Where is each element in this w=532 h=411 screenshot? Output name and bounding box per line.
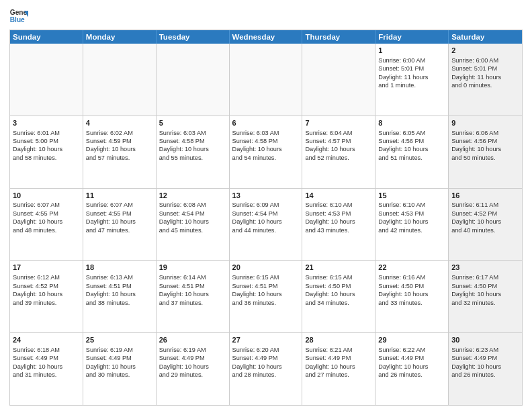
- day-number: 26: [159, 335, 226, 345]
- calendar-cell: 12Sunrise: 6:08 AM Sunset: 4:54 PM Dayli…: [157, 189, 230, 261]
- day-number: 8: [378, 118, 445, 128]
- header-day: Monday: [83, 30, 157, 44]
- calendar-cell: [157, 44, 230, 116]
- day-number: 27: [232, 335, 300, 345]
- cell-info: Sunrise: 6:16 AM Sunset: 4:50 PM Dayligh…: [378, 273, 445, 307]
- calendar-cell: 7Sunrise: 6:04 AM Sunset: 4:57 PM Daylig…: [302, 116, 375, 188]
- day-number: 7: [305, 118, 372, 128]
- header-day: Thursday: [302, 30, 375, 44]
- cell-info: Sunrise: 6:06 AM Sunset: 4:56 PM Dayligh…: [451, 129, 519, 163]
- cell-info: Sunrise: 6:00 AM Sunset: 5:01 PM Dayligh…: [451, 56, 519, 90]
- cell-info: Sunrise: 6:15 AM Sunset: 4:51 PM Dayligh…: [232, 273, 300, 307]
- calendar-cell: 26Sunrise: 6:19 AM Sunset: 4:49 PM Dayli…: [157, 333, 230, 405]
- header-day: Sunday: [10, 30, 83, 44]
- header: General Blue: [9, 7, 523, 26]
- calendar-cell: 16Sunrise: 6:11 AM Sunset: 4:52 PM Dayli…: [449, 189, 522, 261]
- day-number: 28: [305, 335, 372, 345]
- calendar-cell: 11Sunrise: 6:07 AM Sunset: 4:55 PM Dayli…: [83, 189, 157, 261]
- day-number: 15: [378, 191, 445, 201]
- day-number: 23: [451, 263, 519, 273]
- day-number: 18: [86, 263, 153, 273]
- cell-info: Sunrise: 6:02 AM Sunset: 4:59 PM Dayligh…: [86, 129, 153, 163]
- cell-info: Sunrise: 6:18 AM Sunset: 4:49 PM Dayligh…: [13, 346, 80, 379]
- logo: General Blue: [9, 7, 28, 26]
- calendar-cell: 19Sunrise: 6:14 AM Sunset: 4:51 PM Dayli…: [157, 261, 230, 332]
- day-number: 22: [378, 263, 445, 273]
- calendar-cell: 30Sunrise: 6:23 AM Sunset: 4:49 PM Dayli…: [449, 333, 522, 405]
- calendar-header: SundayMondayTuesdayWednesdayThursdayFrid…: [10, 30, 522, 44]
- header-day: Tuesday: [157, 30, 230, 44]
- logo-icon: General Blue: [9, 7, 28, 26]
- calendar-cell: 28Sunrise: 6:21 AM Sunset: 4:49 PM Dayli…: [302, 333, 375, 405]
- cell-info: Sunrise: 6:01 AM Sunset: 5:00 PM Dayligh…: [13, 129, 80, 163]
- cell-info: Sunrise: 6:19 AM Sunset: 4:49 PM Dayligh…: [86, 346, 153, 379]
- calendar-cell: [302, 44, 375, 116]
- calendar-body: 1Sunrise: 6:00 AM Sunset: 5:01 PM Daylig…: [10, 44, 522, 405]
- calendar-cell: 20Sunrise: 6:15 AM Sunset: 4:51 PM Dayli…: [230, 261, 303, 332]
- cell-info: Sunrise: 6:23 AM Sunset: 4:49 PM Dayligh…: [451, 346, 519, 379]
- header-day: Friday: [375, 30, 449, 44]
- calendar-cell: 18Sunrise: 6:13 AM Sunset: 4:51 PM Dayli…: [83, 261, 157, 332]
- cell-info: Sunrise: 6:14 AM Sunset: 4:51 PM Dayligh…: [159, 273, 226, 307]
- cell-info: Sunrise: 6:03 AM Sunset: 4:58 PM Dayligh…: [159, 129, 226, 163]
- cell-info: Sunrise: 6:07 AM Sunset: 4:55 PM Dayligh…: [86, 201, 153, 234]
- day-number: 24: [13, 335, 80, 345]
- cell-info: Sunrise: 6:21 AM Sunset: 4:49 PM Dayligh…: [305, 346, 372, 379]
- page: General Blue SundayMondayTuesdayWednesda…: [0, 0, 532, 411]
- day-number: 5: [159, 118, 226, 128]
- day-number: 14: [305, 191, 372, 201]
- cell-info: Sunrise: 6:10 AM Sunset: 4:53 PM Dayligh…: [378, 201, 445, 234]
- cell-info: Sunrise: 6:15 AM Sunset: 4:50 PM Dayligh…: [305, 273, 372, 307]
- cell-info: Sunrise: 6:17 AM Sunset: 4:50 PM Dayligh…: [451, 273, 519, 307]
- calendar-row: 3Sunrise: 6:01 AM Sunset: 5:00 PM Daylig…: [10, 116, 522, 188]
- cell-info: Sunrise: 6:10 AM Sunset: 4:53 PM Dayligh…: [305, 201, 372, 234]
- calendar-cell: [10, 44, 83, 116]
- calendar-row: 24Sunrise: 6:18 AM Sunset: 4:49 PM Dayli…: [10, 332, 522, 405]
- cell-info: Sunrise: 6:11 AM Sunset: 4:52 PM Dayligh…: [451, 201, 519, 234]
- header-day: Saturday: [449, 30, 522, 44]
- calendar-row: 17Sunrise: 6:12 AM Sunset: 4:52 PM Dayli…: [10, 260, 522, 332]
- calendar: SundayMondayTuesdayWednesdayThursdayFrid…: [9, 30, 523, 406]
- header-day: Wednesday: [230, 30, 303, 44]
- day-number: 2: [451, 46, 519, 56]
- calendar-cell: 24Sunrise: 6:18 AM Sunset: 4:49 PM Dayli…: [10, 333, 83, 405]
- cell-info: Sunrise: 6:20 AM Sunset: 4:49 PM Dayligh…: [232, 346, 300, 379]
- day-number: 21: [305, 263, 372, 273]
- cell-info: Sunrise: 6:00 AM Sunset: 5:01 PM Dayligh…: [378, 56, 445, 90]
- calendar-cell: 4Sunrise: 6:02 AM Sunset: 4:59 PM Daylig…: [83, 116, 157, 188]
- day-number: 19: [159, 263, 226, 273]
- calendar-row: 1Sunrise: 6:00 AM Sunset: 5:01 PM Daylig…: [10, 44, 522, 116]
- day-number: 13: [232, 191, 300, 201]
- day-number: 16: [451, 191, 519, 201]
- calendar-cell: 2Sunrise: 6:00 AM Sunset: 5:01 PM Daylig…: [449, 44, 522, 116]
- calendar-cell: 13Sunrise: 6:09 AM Sunset: 4:54 PM Dayli…: [230, 189, 303, 261]
- cell-info: Sunrise: 6:04 AM Sunset: 4:57 PM Dayligh…: [305, 129, 372, 163]
- cell-info: Sunrise: 6:22 AM Sunset: 4:49 PM Dayligh…: [378, 346, 445, 379]
- calendar-cell: 15Sunrise: 6:10 AM Sunset: 4:53 PM Dayli…: [375, 189, 449, 261]
- cell-info: Sunrise: 6:19 AM Sunset: 4:49 PM Dayligh…: [159, 346, 226, 379]
- day-number: 17: [13, 263, 80, 273]
- day-number: 6: [232, 118, 300, 128]
- day-number: 10: [13, 191, 80, 201]
- calendar-cell: 29Sunrise: 6:22 AM Sunset: 4:49 PM Dayli…: [375, 333, 449, 405]
- calendar-cell: 6Sunrise: 6:03 AM Sunset: 4:58 PM Daylig…: [230, 116, 303, 188]
- cell-info: Sunrise: 6:12 AM Sunset: 4:52 PM Dayligh…: [13, 273, 80, 307]
- calendar-cell: 22Sunrise: 6:16 AM Sunset: 4:50 PM Dayli…: [375, 261, 449, 332]
- day-number: 25: [86, 335, 153, 345]
- calendar-cell: 1Sunrise: 6:00 AM Sunset: 5:01 PM Daylig…: [375, 44, 449, 116]
- calendar-cell: 17Sunrise: 6:12 AM Sunset: 4:52 PM Dayli…: [10, 261, 83, 332]
- day-number: 3: [13, 118, 80, 128]
- day-number: 9: [451, 118, 519, 128]
- day-number: 1: [378, 46, 445, 56]
- day-number: 30: [451, 335, 519, 345]
- cell-info: Sunrise: 6:13 AM Sunset: 4:51 PM Dayligh…: [86, 273, 153, 307]
- day-number: 29: [378, 335, 445, 345]
- day-number: 20: [232, 263, 300, 273]
- day-number: 12: [159, 191, 226, 201]
- calendar-cell: 23Sunrise: 6:17 AM Sunset: 4:50 PM Dayli…: [449, 261, 522, 332]
- cell-info: Sunrise: 6:03 AM Sunset: 4:58 PM Dayligh…: [232, 129, 300, 163]
- day-number: 4: [86, 118, 153, 128]
- cell-info: Sunrise: 6:05 AM Sunset: 4:56 PM Dayligh…: [378, 129, 445, 163]
- calendar-cell: 10Sunrise: 6:07 AM Sunset: 4:55 PM Dayli…: [10, 189, 83, 261]
- cell-info: Sunrise: 6:09 AM Sunset: 4:54 PM Dayligh…: [232, 201, 300, 234]
